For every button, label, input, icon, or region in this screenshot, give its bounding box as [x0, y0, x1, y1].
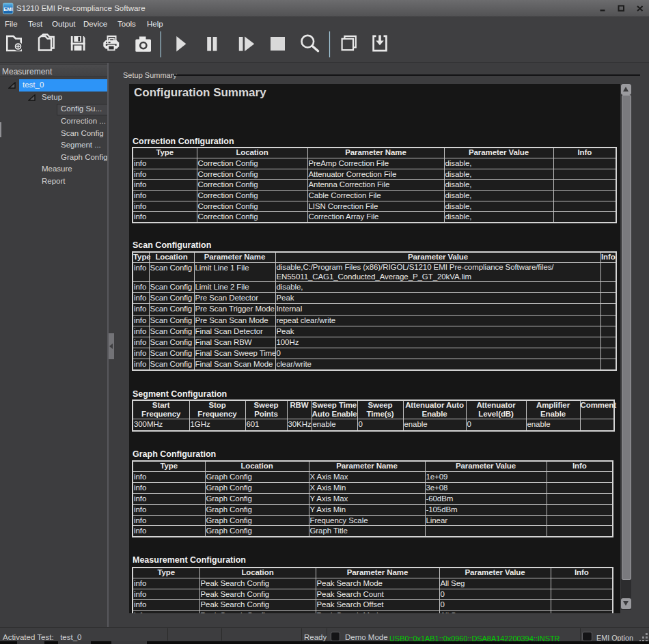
svg-text:EMI: EMI	[3, 6, 12, 12]
